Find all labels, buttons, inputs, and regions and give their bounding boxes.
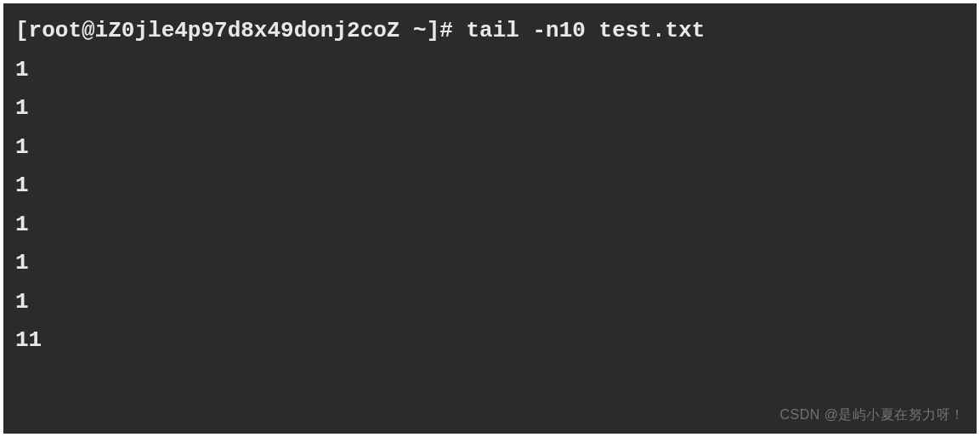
output-line: 1 [15,128,965,167]
terminal-window[interactable]: [root@iZ0jle4p97d8x49donj2coZ ~]# tail -… [3,3,977,434]
output-line: 1 [15,89,965,128]
output-line: 11 [15,321,965,360]
output-line: 1 [15,167,965,206]
output-line: 1 [15,51,965,90]
watermark-text: CSDN @是屿小夏在努力呀！ [779,403,965,427]
prompt-text: [root@iZ0jle4p97d8x49donj2coZ ~]# [15,18,467,43]
output-line: 1 [15,283,965,322]
command-line: [root@iZ0jle4p97d8x49donj2coZ ~]# tail -… [15,12,965,51]
output-line: 1 [15,206,965,245]
output-line: 1 [15,244,965,283]
command-text: tail -n10 test.txt [467,18,705,43]
